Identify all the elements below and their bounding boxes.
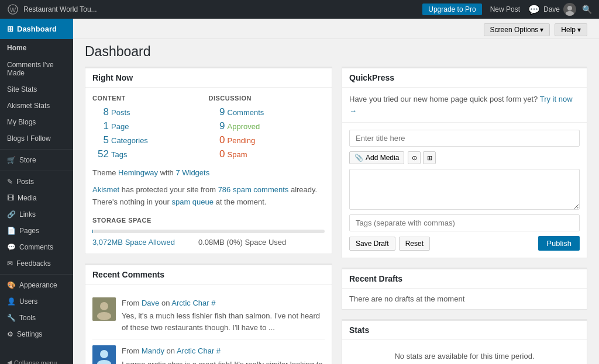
sidebar-my-blogs-label: My Blogs (7, 118, 36, 126)
sidebar-item-site-stats[interactable]: Site Stats (0, 81, 73, 98)
theme-text: Theme (92, 168, 116, 177)
sidebar-item-my-blogs[interactable]: My Blogs (0, 114, 73, 130)
help-arrow-icon: ▾ (577, 26, 581, 34)
sidebar-comments-made-label: Comments I've Made (7, 61, 66, 77)
left-column: Right Now CONTENT 8 Posts 1 (85, 67, 332, 364)
posts-count: 8 (92, 106, 109, 118)
dave-author-link[interactable]: Dave (142, 299, 159, 307)
mandy-post-link[interactable]: Arctic Char # (177, 346, 221, 355)
collapse-menu-button[interactable]: ◀ Collapse menu (0, 354, 73, 364)
storage-header: STORAGE SPACE (92, 217, 325, 227)
akismet-queue-link[interactable]: spam queue (171, 197, 214, 206)
approved-count: 9 (209, 120, 225, 132)
sidebar-item-comments-made[interactable]: Comments I've Made (0, 57, 73, 81)
upgrade-button[interactable]: Upgrade to Pro (422, 4, 481, 15)
appearance-icon: 🎨 (7, 281, 16, 289)
sidebar-media-label: Media (18, 194, 37, 202)
quickpress-tags-input[interactable] (349, 214, 580, 231)
comment-text-dave: From Dave on Arctic Char # Yes, it's a m… (122, 297, 325, 334)
quickpress-textarea[interactable] (349, 169, 580, 210)
comments-label: Comments (228, 108, 264, 117)
quickpress-promo: Have you tried our new home page quick p… (342, 88, 587, 123)
avatar[interactable] (563, 3, 576, 16)
save-draft-button[interactable]: Save Draft (349, 237, 395, 251)
sidebar-users-label: Users (19, 297, 37, 306)
content-col-header: CONTENT (92, 95, 209, 105)
editor-icon-btn-2[interactable]: ⊞ (423, 151, 436, 164)
akismet-spam-link[interactable]: 786 spam comments (218, 185, 289, 194)
dave-post-link[interactable]: Arctic Char # (171, 299, 215, 307)
approved-stat: 9 Approved (209, 119, 325, 133)
spam-count: 0 (209, 148, 225, 160)
sidebar-item-home[interactable]: Home (0, 39, 73, 57)
sidebar-item-users[interactable]: 👤 Users (0, 293, 73, 310)
settings-icon: ⚙ (7, 330, 13, 338)
sidebar-item-comments[interactable]: 💬 Comments (0, 239, 73, 255)
theme-with: with (160, 168, 174, 177)
admin-username[interactable]: Dave (543, 5, 560, 13)
sidebar-item-links[interactable]: 🔗 Links (0, 206, 73, 223)
search-icon[interactable]: 🔍 (580, 5, 594, 14)
mandy-author-link[interactable]: Mandy (142, 346, 164, 355)
new-post-button[interactable]: New Post (486, 4, 525, 15)
sidebar-item-feedbacks[interactable]: ✉ Feedbacks (0, 255, 73, 272)
sidebar-home-label: Home (7, 44, 26, 52)
right-now-header: Right Now (85, 68, 332, 88)
page-title: Dashboard (73, 39, 599, 67)
chat-icon[interactable]: 💬 (528, 4, 540, 15)
screen-options-button[interactable]: Screen Options ▾ (484, 23, 550, 36)
sidebar-item-dashboard[interactable]: ⊞ Dashboard (0, 19, 73, 39)
sidebar-item-pages[interactable]: 📄 Pages (0, 223, 73, 239)
quickpress-widget: QuickPress Have you tried our new home p… (342, 67, 587, 258)
promo-text: Have you tried our new home page quick p… (349, 95, 538, 103)
theme-name-link[interactable]: Hemingway (118, 168, 158, 177)
sidebar-item-appearance[interactable]: 🎨 Appearance (0, 277, 73, 293)
quickpress-body: 📎 Add Media ⊙ ⊞ Save Draft (342, 123, 587, 258)
quickpress-toolbar: 📎 Add Media ⊙ ⊞ (349, 151, 580, 164)
right-now-body: CONTENT 8 Posts 1 Page 5 (85, 88, 332, 254)
quickpress-title-input[interactable] (349, 130, 580, 147)
publish-button[interactable]: Publish (538, 236, 580, 251)
sidebar-item-media[interactable]: 🎞 Media (0, 190, 73, 206)
akismet-text4: There's nothing in your (92, 197, 170, 206)
tags-count: 52 (92, 148, 109, 160)
site-name[interactable]: Restaurant World Tou... (23, 5, 97, 13)
help-button[interactable]: Help ▾ (555, 23, 587, 36)
sidebar-item-store[interactable]: 🛒 Store (0, 152, 73, 168)
akismet-text3: already. (291, 185, 317, 194)
help-label: Help (561, 26, 576, 34)
add-media-button[interactable]: 📎 Add Media (349, 151, 404, 164)
sidebar-item-akismet[interactable]: Akismet Stats (0, 98, 73, 114)
storage-allowed-label: Space Allowed (125, 238, 175, 247)
storage-allowed: 3,072MB Space Allowed (92, 238, 175, 247)
sidebar-item-blogs-follow[interactable]: Blogs I Follow (0, 130, 73, 147)
sidebar-appearance-label: Appearance (19, 281, 57, 289)
layout: ⊞ Dashboard Home Comments I've Made Site… (0, 19, 599, 364)
right-now-widget: Right Now CONTENT 8 Posts 1 (85, 67, 332, 254)
reset-button[interactable]: Reset (399, 237, 430, 251)
sidebar-blogs-follow-label: Blogs I Follow (7, 134, 51, 143)
pages-count: 1 (92, 120, 109, 132)
editor-icon-btn-1[interactable]: ⊙ (408, 151, 421, 164)
sidebar-store-label: Store (19, 156, 36, 164)
mandy-avatar (92, 345, 116, 364)
wp-logo-icon[interactable]: W (5, 1, 21, 18)
media-add-icon: 📎 (354, 154, 363, 162)
collapse-icon: ◀ (7, 359, 12, 364)
right-now-columns: CONTENT 8 Posts 1 Page 5 (92, 95, 325, 161)
comment-item-mandy: From Mandy on Arctic Char # I agree arct… (92, 339, 325, 364)
storage-allowed-value: 3,072MB (92, 238, 123, 247)
recent-comments-widget: Recent Comments From Dave on Arctic Char… (85, 264, 332, 364)
sidebar-item-settings[interactable]: ⚙ Settings (0, 326, 73, 342)
svg-point-2 (567, 6, 572, 11)
comments-count: 9 (209, 106, 225, 118)
storage-used-value: 0.08MB (0%) (198, 238, 243, 247)
akismet-text2: has protected your site from (122, 185, 216, 194)
theme-widgets-link[interactable]: 7 Widgets (175, 168, 209, 177)
akismet-link[interactable]: Akismet (92, 185, 119, 194)
sidebar-item-posts[interactable]: ✎ Posts (0, 174, 73, 190)
sidebar-settings-label: Settings (17, 330, 42, 338)
sidebar-item-tools[interactable]: 🔧 Tools (0, 310, 73, 326)
posts-icon: ✎ (7, 178, 13, 186)
stats-widget: Stats No stats are available for this ti… (342, 319, 587, 364)
